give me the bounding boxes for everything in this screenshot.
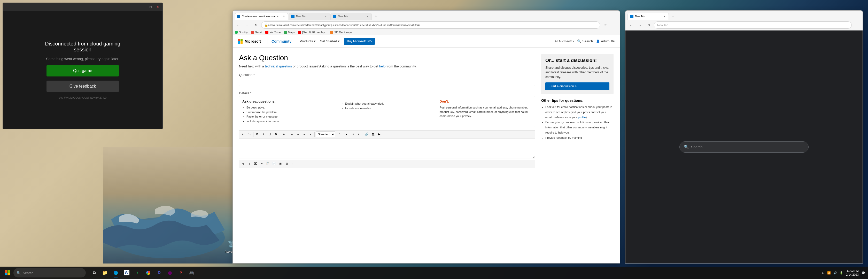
taskbar-spotify[interactable]: ♪ [132, 268, 143, 278]
refresh-button-1[interactable]: ↻ [252, 22, 259, 29]
start-button[interactable] [2, 268, 12, 278]
rte-undo[interactable]: ↩ [240, 131, 246, 137]
edge-icon [114, 271, 118, 275]
taskbar-task-view[interactable]: ⧉ [89, 268, 99, 278]
rte2-btn-6[interactable]: 📄 [271, 161, 277, 167]
rte2-btn-4[interactable]: ✂ [259, 161, 265, 167]
address-bar-2[interactable]: New Tab [654, 22, 852, 29]
rte-font-color[interactable]: A [281, 131, 287, 137]
community-link[interactable]: Community [272, 39, 291, 43]
tray-arrow[interactable]: ∧ [820, 270, 826, 275]
taskbar-chrome[interactable] [143, 268, 153, 278]
taskbar-search[interactable]: 🔍 Search [13, 268, 86, 277]
tab-favicon-b2 [630, 15, 633, 18]
taskbar-edge[interactable] [111, 268, 121, 278]
rte2-btn-1[interactable]: ¶ [240, 161, 246, 167]
profile-link[interactable]: profile [578, 116, 586, 119]
taskbar-word[interactable]: W [121, 268, 132, 278]
forward-button-2[interactable]: → [636, 22, 644, 29]
taskbar-pokemmo[interactable]: P [176, 268, 186, 278]
rte-align-center[interactable]: ≡ [295, 131, 301, 137]
star-button-1[interactable]: ☆ [602, 22, 609, 29]
products-menu[interactable]: Products ▾ [300, 39, 316, 43]
question-input[interactable] [239, 78, 535, 86]
rte-image[interactable]: 🖼 [370, 131, 376, 137]
chrome-icon [146, 271, 150, 275]
refresh-button-2[interactable]: ↻ [645, 22, 652, 29]
ms-nav-items: Products ▾ Get Started ▾ [300, 39, 340, 43]
browser-tab-3[interactable]: New Tab × [331, 13, 372, 20]
tab-close-1[interactable]: × [282, 15, 286, 18]
back-button-1[interactable]: ← [235, 22, 242, 29]
rte-align-right[interactable]: ≡ [302, 131, 307, 137]
all-ms-menu[interactable]: All Microsoft ▾ [555, 39, 574, 43]
give-feedback-button[interactable]: Give feedback [46, 81, 119, 92]
bookmark-youtube[interactable]: YouTube [265, 31, 281, 34]
bookmark-spotify[interactable]: Spotify [235, 31, 248, 34]
rte-bold[interactable]: B [254, 131, 260, 137]
rte2-btn-2[interactable]: T [246, 161, 252, 167]
rte-redo[interactable]: ↪ [246, 131, 252, 137]
taskbar-obs[interactable]: ⬤ [165, 268, 175, 278]
rte-align-justify[interactable]: ≡ [308, 131, 313, 137]
bookmark-roblox[interactable]: [Gen 8] RU replay... [298, 31, 327, 34]
ms-search-button[interactable]: 🔍 Search [577, 39, 593, 43]
back-button-2[interactable]: ← [627, 22, 635, 29]
new-tab-button-1[interactable]: + [372, 13, 379, 20]
rte2-btn-7[interactable]: ⊞ [277, 161, 283, 167]
bookmark-so[interactable]: SD Decidueye [330, 31, 352, 34]
rte2-btn-8[interactable]: ⊟ [284, 161, 289, 167]
discord-icon: D [158, 271, 161, 275]
taskbar-file-explorer[interactable]: 📁 [100, 268, 110, 278]
taskbar-xbox[interactable]: 🎮 [187, 268, 197, 278]
rte-video[interactable]: ▶ [376, 131, 382, 137]
rte-italic[interactable]: I [261, 131, 266, 137]
rte-indent[interactable]: ⇥ [350, 131, 355, 137]
technical-question-link[interactable]: technical question [265, 64, 292, 68]
tray-sound[interactable]: 🔊 [833, 270, 838, 275]
taskbar-discord[interactable]: D [154, 268, 164, 278]
bookmark-maps[interactable]: Maps [284, 31, 295, 34]
browser-tab-2-active[interactable]: New Tab × [627, 13, 669, 20]
help-link[interactable]: help [379, 64, 386, 68]
ms-logo[interactable]: Microsoft [238, 39, 261, 44]
notification-center[interactable]: 💬 [861, 270, 866, 275]
tray-wifi[interactable]: 📶 [827, 270, 832, 275]
bookmark-gmail[interactable]: Gmail [251, 31, 262, 34]
start-discussion-button[interactable]: Start a discussion > [545, 83, 610, 90]
rte-outdent[interactable]: ⇤ [356, 131, 362, 137]
buy-ms365-button[interactable]: Buy Microsoft 365 [344, 38, 375, 45]
details-section: Details * Ask great questions: Be descri… [239, 91, 535, 168]
new-tab-button-2[interactable]: + [669, 13, 677, 20]
browser-tab-active[interactable]: Create a new question or start s... × [235, 13, 288, 20]
rte2-btn-5[interactable]: 📋 [265, 161, 271, 167]
rte-textarea[interactable] [239, 138, 535, 159]
rte-link[interactable]: 🔗 [364, 131, 370, 137]
settings-button-1[interactable]: ⋯ [611, 22, 618, 29]
maximize-button[interactable]: □ [148, 4, 153, 9]
rte2-btn-9[interactable]: ↔ [290, 161, 296, 167]
rte-align-left[interactable]: ≡ [289, 131, 295, 137]
tab-close-2[interactable]: × [324, 15, 328, 18]
rte-strikethrough[interactable]: S̶ [273, 131, 279, 137]
quit-game-button[interactable]: Quit game [46, 65, 119, 76]
forward-button-1[interactable]: → [244, 22, 251, 29]
ask-question-title: Ask a Question [239, 54, 535, 62]
rte-format-select[interactable]: Standard [316, 131, 335, 137]
rte-list-ul[interactable]: • [344, 131, 349, 137]
tab-close-3[interactable]: × [366, 15, 369, 18]
new-tab-search-bar[interactable]: 🔍 Search [679, 141, 809, 153]
ms-account[interactable]: 👤 Arturo_09 [596, 39, 615, 43]
get-started-menu[interactable]: Get Started ▾ [320, 39, 340, 43]
taskbar-clock[interactable]: 11:02 PM 2/14/2023 [846, 269, 859, 277]
tab-close-b2[interactable]: × [663, 15, 666, 18]
address-bar-1[interactable]: 🔒 answers.microsoft.com/en-us/newthread?… [261, 22, 600, 29]
minimize-button[interactable]: ─ [141, 4, 146, 9]
settings-button-2[interactable]: ⋯ [853, 22, 861, 29]
tray-battery[interactable]: 🔋 [839, 270, 844, 275]
browser-tab-2[interactable]: New Tab × [288, 13, 330, 20]
rte-list-ol[interactable]: 1. [337, 131, 343, 137]
rte-underline[interactable]: U [267, 131, 273, 137]
close-button[interactable]: × [155, 4, 160, 9]
rte2-btn-3[interactable]: ⌧ [253, 161, 258, 167]
